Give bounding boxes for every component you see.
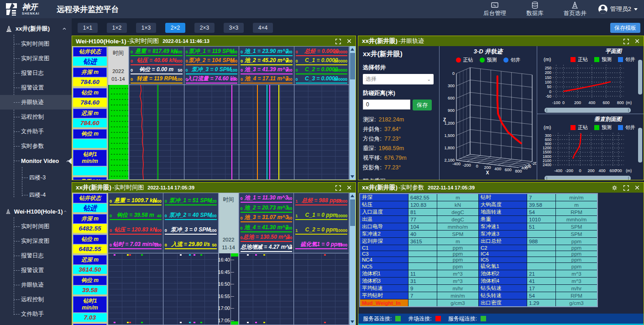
sidebar-item-远程控制[interactable]: 远程控制: [0, 110, 72, 124]
menu-item-backstage[interactable]: 后台管理: [483, 2, 506, 17]
close-icon[interactable]: [346, 185, 352, 190]
curve-header: 0池_3 = 31.07 m^350: [241, 214, 293, 222]
user-menu[interactable]: 管理员2: [598, 5, 644, 14]
sidebar-item-井眼轨迹[interactable]: 井眼轨迹: [0, 278, 72, 292]
param-name-cell: 井深: [360, 194, 408, 201]
horizontal-scrollbar[interactable]: [545, 176, 631, 180]
sidebar-item-label: 井眼轨迹: [21, 99, 44, 106]
sidebar-item-远程控制[interactable]: 远程控制: [0, 292, 72, 307]
sidebar-item-实时参数[interactable]: 实时参数: [0, 139, 72, 153]
sidebar-item-报警日志[interactable]: 报警日志: [0, 248, 72, 263]
param-unit-cell: m/hr: [437, 285, 479, 292]
close-icon[interactable]: [634, 185, 640, 190]
param-name-cell: 硫化氢1: [479, 263, 527, 270]
menu-item-label: 后台管理: [483, 10, 506, 17]
expand-icon[interactable]: [623, 185, 629, 191]
sidebar-well-0[interactable]: xx井(新井眼): [0, 21, 72, 37]
vertical-scrollbar[interactable]: [349, 193, 356, 325]
sidebar-item-实时时间图[interactable]: 实时时间图: [0, 219, 72, 234]
expand-icon[interactable]: [335, 38, 341, 44]
sidebar-item-井眼轨迹[interactable]: 井眼轨迹: [0, 95, 72, 110]
param-name-cell: 钻头转速: [479, 292, 527, 299]
curve-header: 0泵冲_3 = 0 SPM100: [186, 66, 238, 74]
curve-min: 0: [110, 198, 112, 205]
svg-text:-400: -400: [554, 168, 562, 173]
time-tick-label: 16:55: [218, 294, 230, 299]
curve-min: 0: [186, 76, 188, 84]
curve-min: 0: [165, 241, 167, 249]
sidebar-item-monitor-video[interactable]: Monitor Video: [0, 153, 72, 169]
legend-swatch: [571, 125, 576, 130]
curve-max: 100: [230, 67, 237, 74]
param-box: 迟深 m784.60: [73, 109, 107, 127]
track-plot: [129, 85, 184, 179]
curve-trace: [267, 85, 267, 179]
layout-button-3x3[interactable]: 3×3: [224, 23, 244, 33]
expand-icon[interactable]: [623, 38, 629, 44]
save-distance-button[interactable]: 保存: [413, 100, 432, 110]
parameters-table: 井深6482.55m钻时7min/m钻压120.83kN大钩高度39.58m入口…: [359, 193, 598, 307]
close-icon[interactable]: [346, 38, 352, 44]
layout-button-4x4[interactable]: 4×4: [253, 23, 273, 33]
vertical-scrollbar[interactable]: [638, 128, 642, 162]
expand-icon[interactable]: [335, 185, 341, 191]
horizontal-scrollbar[interactable]: [545, 108, 631, 113]
table-row: 平均钻时7min/m钻头转速54RPM: [360, 292, 597, 299]
scrollbar-thumb[interactable]: [350, 53, 355, 79]
scrollbar-thumb[interactable]: [350, 199, 355, 226]
well-tree: 实时时间图实时深度图报警日志报警设置井眼轨迹远程控制文件助手实时参数Monito…: [0, 37, 72, 204]
svg-text:800: 800: [617, 100, 624, 105]
menu-item-label: 数据库: [526, 10, 544, 17]
track-2: 1总烃 = 988 ppm100001C_1 = 0 ppm100001C_2 …: [293, 193, 349, 325]
sidebar-collapse-handle[interactable]: [68, 158, 72, 164]
save-template-button[interactable]: 保存模板: [610, 23, 640, 33]
sidebar-item-四楼-3[interactable]: 四楼-3: [0, 169, 72, 186]
param-value: 39.58: [73, 286, 107, 294]
param-label: 钻时1 min/m: [73, 150, 107, 166]
panel-title-bar: xx井(新井眼)-井眼轨迹: [358, 36, 644, 46]
close-icon[interactable]: [634, 38, 640, 44]
sidebar-item-文件助手[interactable]: 文件助手: [0, 124, 72, 139]
sidebar-item-报警设置[interactable]: 报警设置: [0, 263, 72, 278]
vertical-section-chart: 垂直剖面图 (m)正钻预测邻井 -400-2000200400600700(m)…: [537, 114, 644, 180]
vertical-scrollbar[interactable]: [349, 46, 356, 180]
vertical-scrollbar[interactable]: [638, 60, 642, 94]
sidebar-item-label: 文件助手: [21, 128, 44, 136]
sidebar-item-报警设置[interactable]: 报警设置: [0, 80, 72, 95]
param-name-cell: 地面转速: [479, 209, 527, 216]
param-name-cell: 池体积4: [479, 278, 527, 285]
menu-item-database[interactable]: 数据库: [526, 1, 544, 17]
sidebar-item-四楼-4[interactable]: 四楼-4: [0, 186, 72, 204]
chart-title-section: 垂直剖面图: [594, 115, 622, 123]
anticollision-distance-input[interactable]: [363, 100, 410, 110]
track-header: 0泵冲_1 = 119 SPM1000泵冲_2 = 104 SPM1000泵冲_…: [184, 47, 239, 85]
stat-label: 视平移:: [363, 155, 382, 161]
layout-button-2x2[interactable]: 2×2: [165, 23, 185, 33]
layout-button-1x3[interactable]: 1×3: [136, 23, 156, 33]
data-mark: [180, 254, 182, 256]
layout-button-1x2[interactable]: 1×2: [107, 23, 127, 33]
sidebar-item-实时深度图[interactable]: 实时深度图: [0, 234, 72, 248]
sidebar-well-1[interactable]: Wei-H100(Hole-1): [0, 204, 72, 219]
curve-max: 10000: [336, 198, 347, 205]
time-tick-label: 16:50: [218, 281, 230, 287]
curve-header: 0转速 = 119 RPM100: [131, 75, 183, 84]
sidebar-item-报警日志[interactable]: 报警日志: [0, 66, 72, 80]
gear-icon[interactable]: [612, 185, 618, 191]
data-mark: [141, 322, 143, 323]
table-row: 出口电导104mmho/m泵冲速151SPM: [360, 223, 597, 231]
curve-header: 0池_2 = 45.20 m^3300: [241, 57, 293, 65]
curve-label: 钻压 = 40.66 kN: [137, 57, 176, 63]
time-tick-label: 16:45: [218, 269, 230, 275]
layout-button-2x3[interactable]: 2×3: [194, 23, 215, 33]
layout-button-1x1[interactable]: 1×1: [78, 23, 98, 33]
param-name-cell: NC4: [360, 257, 408, 263]
menu-item-well-select[interactable]: 首页选井: [564, 1, 586, 17]
curve-label: C_1 = 0 ppm: [305, 212, 338, 218]
sidebar-item-实时深度图[interactable]: 实时深度图: [0, 51, 72, 66]
sidebar-item-文件助手[interactable]: 文件助手: [0, 307, 72, 321]
table-row: 入口温度81degC地面转速54RPM: [360, 209, 597, 216]
time-tick-label: 17:05: [218, 318, 230, 323]
neighbor-well-select[interactable]: 选择⌄: [363, 74, 434, 84]
sidebar-item-实时时间图[interactable]: 实时时间图: [0, 37, 72, 51]
